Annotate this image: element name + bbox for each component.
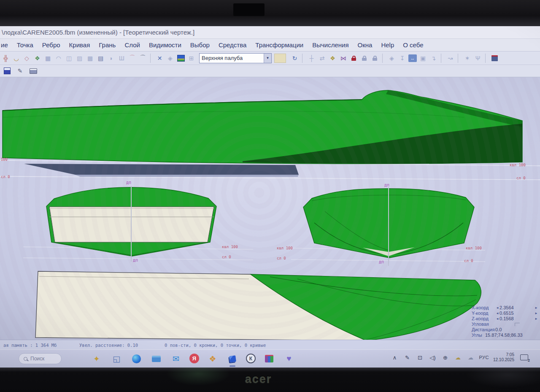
window-title: \лодка\CARENE2005.fbm (измененный) - [Те… — [2, 29, 194, 36]
plotter-pen-icon[interactable]: ✎ — [15, 66, 25, 76]
kompas-icon[interactable]: К — [246, 354, 256, 363]
baseline-label: сл 0 — [464, 259, 473, 263]
menu-item-10[interactable]: Вычисления — [312, 41, 348, 49]
baseline-label: сл 0 — [277, 256, 286, 260]
z-increment-arrow[interactable]: ▸ — [534, 316, 538, 322]
frames-comb-icon[interactable]: Ш — [116, 53, 127, 63]
cloud-icon[interactable]: ☁ — [466, 352, 475, 363]
layers-view-icon[interactable] — [176, 53, 186, 63]
menu-item-0[interactable]: ие — [1, 41, 8, 49]
menu-item-1[interactable]: Точка — [17, 41, 33, 49]
save-icon[interactable] — [2, 66, 12, 76]
y-increment-arrow[interactable]: ▸ — [534, 311, 538, 316]
search-label: Поиск — [30, 356, 44, 362]
drawing-canvas[interactable]: квл 100 сл 0 квл 100 сл 0 квл 100 сл 0 к… — [0, 77, 540, 340]
y-decrement-arrow[interactable]: ◂ — [495, 311, 500, 316]
explorer-icon[interactable] — [150, 352, 162, 365]
x-increment-arrow[interactable]: ▸ — [534, 305, 538, 311]
photos-icon[interactable]: ❖ — [206, 352, 219, 365]
fan-surfaces-icon[interactable]: ❖ — [327, 53, 338, 63]
colored-x-icon[interactable]: ✕ — [154, 53, 165, 63]
cast-screen-icon[interactable]: ⊡ — [416, 352, 424, 363]
dark-curve-icon[interactable]: ⌒ — [138, 53, 148, 63]
layer-dropdown[interactable]: Верхняя палуба ▼ — [199, 53, 272, 63]
z-decrement-arrow[interactable]: ◂ — [495, 316, 500, 322]
paint-heart-icon[interactable]: ♥ — [283, 352, 295, 365]
snap-box-icon[interactable]: ↔ — [408, 54, 417, 62]
waterline-label: квл 100 — [466, 246, 482, 250]
hull-sections-icon[interactable]: ◫ — [64, 53, 74, 63]
unlock-icon[interactable] — [359, 53, 370, 63]
menu-item-13[interactable]: О себе — [403, 41, 423, 49]
centerline-label: дп — [133, 258, 138, 262]
pen-input-icon[interactable]: ✎ — [403, 352, 411, 363]
copilot-icon[interactable]: ✦ — [90, 352, 103, 365]
curve-arrow-icon[interactable]: ↝ — [445, 53, 456, 63]
stitch-net-icon[interactable]: ╬ — [0, 53, 11, 63]
dimension-icon[interactable]: ┼ — [306, 53, 317, 63]
yandex-browser-icon[interactable]: Я — [189, 354, 199, 363]
tray-expand-icon[interactable]: ∧ — [390, 352, 399, 363]
face-square-icon[interactable]: ▨ — [74, 53, 85, 63]
tray-date: 12.10.2025 — [493, 357, 514, 362]
converge-arrows-icon[interactable]: ⇄ — [317, 53, 327, 63]
dropdown-arrow-icon[interactable]: ▼ — [264, 54, 271, 63]
surface-patch-icon[interactable]: ❖ — [32, 53, 43, 63]
diamond-mesh-icon[interactable]: ◇ — [22, 53, 32, 63]
mesh-net-icon[interactable]: ▩ — [85, 53, 95, 63]
menu-item-12[interactable]: Help — [381, 41, 394, 49]
toolbar-separator — [382, 54, 386, 63]
solid-shape-icon[interactable]: ◗ — [106, 53, 116, 63]
book-icon[interactable]: ▣ — [418, 53, 428, 63]
waterline-label: квл 100 — [277, 246, 293, 250]
monitor-icon[interactable] — [489, 53, 500, 63]
volume-icon[interactable]: ◁) — [428, 352, 437, 363]
menu-item-4[interactable]: Грань — [99, 41, 116, 49]
menu-item-2[interactable]: Ребро — [42, 41, 60, 49]
plumb-point-icon[interactable]: ↧ — [397, 53, 408, 63]
menu-item-7[interactable]: Выбор — [190, 41, 210, 49]
menu-item-11[interactable]: Окна — [358, 41, 373, 49]
cad-app-icon[interactable] — [226, 352, 239, 365]
menu-bar: иеТочкаРеброКриваяГраньСлойВидимостиВыбо… — [0, 39, 540, 51]
tree-branch-icon[interactable]: Ψ — [472, 53, 483, 63]
laptop-bezel-top — [0, 0, 540, 26]
layer-color-swatch[interactable] — [274, 54, 286, 63]
edge-icon[interactable] — [130, 352, 143, 365]
notification-icon[interactable]: 2 — [520, 354, 528, 360]
onedrive-icon[interactable]: ☁ — [454, 352, 462, 363]
menu-item-9[interactable]: Трансформации — [255, 41, 303, 49]
clock[interactable]: 7:05 12.10.2025 — [493, 352, 514, 362]
flash-star-icon[interactable]: ✶ — [462, 53, 472, 63]
network-icon[interactable]: ⊕ — [441, 352, 449, 363]
taskbar-search[interactable]: Поиск — [19, 353, 62, 364]
status-bar: ая память : 1 364 Мб Увел. расстояние: 0… — [0, 340, 540, 349]
print-icon[interactable] — [28, 66, 38, 76]
diamond-faces-icon[interactable]: ◈ — [165, 53, 176, 63]
winrar-icon[interactable] — [263, 352, 275, 365]
menu-item-6[interactable]: Видимости — [149, 41, 181, 49]
menu-item-3[interactable]: Кривая — [69, 41, 90, 49]
zoom-distance-status: Увел. расстояние: 0.10 — [79, 343, 138, 348]
selection-counts-status: 0 пов-сти, 0 кромки, 0 точки, 0 кривые — [165, 343, 266, 348]
menu-item-5[interactable]: Слой — [124, 41, 140, 49]
diamond-point-icon[interactable]: ◈ — [386, 53, 397, 63]
arc-segment-icon[interactable]: ◡ — [11, 53, 22, 63]
arch-surface-icon[interactable]: ◠ — [53, 53, 64, 63]
mail-icon[interactable]: ✉ — [170, 352, 182, 365]
lock-plus-icon[interactable] — [370, 53, 380, 63]
centerline-label: дп — [379, 260, 384, 264]
pages-book-icon[interactable]: ⋈ — [338, 53, 348, 63]
lock-icon[interactable] — [348, 53, 359, 63]
task-view-icon[interactable]: ◱ — [110, 352, 123, 365]
grid-icon[interactable]: ▦ — [43, 53, 53, 63]
menu-item-8[interactable]: Средства — [219, 41, 246, 49]
view-rotate-icon[interactable]: ↻ — [289, 53, 300, 63]
memory-status: ая память : 1 364 Мб — [3, 343, 57, 348]
language-indicator[interactable]: РУС — [479, 355, 489, 360]
x-decrement-arrow[interactable]: ◂ — [495, 305, 500, 311]
pink-curve-icon[interactable]: ⌒ — [127, 53, 138, 63]
bent-arrow-icon[interactable]: ↴ — [428, 53, 439, 63]
calculator-icon[interactable]: ▤ — [95, 53, 106, 63]
windows-grid-icon[interactable]: ⊞ — [186, 53, 197, 63]
